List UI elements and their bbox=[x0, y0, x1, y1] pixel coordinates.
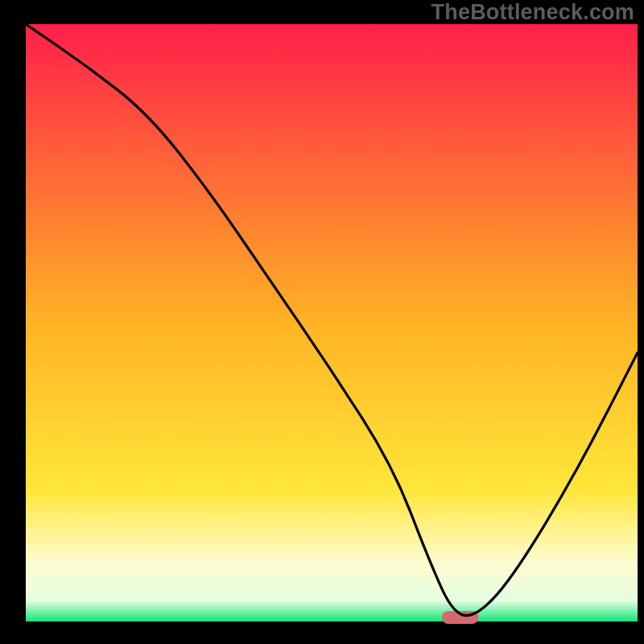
watermark-text: TheBottleneck.com bbox=[431, 0, 634, 25]
plot-background bbox=[26, 24, 638, 621]
bottleneck-chart bbox=[0, 0, 644, 644]
chart-frame: TheBottleneck.com bbox=[0, 0, 644, 644]
